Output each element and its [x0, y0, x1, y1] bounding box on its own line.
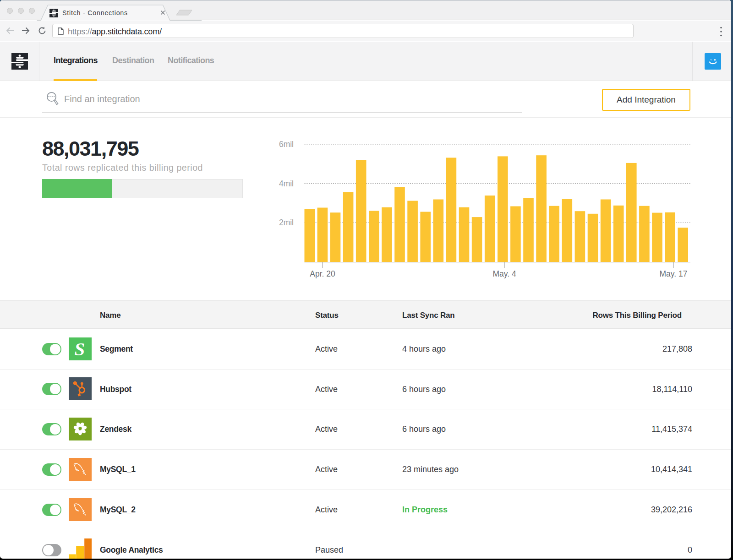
- svg-text:2mil: 2mil: [279, 218, 294, 227]
- svg-text:6mil: 6mil: [279, 140, 294, 149]
- svg-text:Apr. 20: Apr. 20: [310, 269, 335, 278]
- svg-text:4mil: 4mil: [279, 179, 294, 188]
- svg-text:May. 17: May. 17: [660, 269, 688, 278]
- svg-text:May. 4: May. 4: [492, 269, 516, 278]
